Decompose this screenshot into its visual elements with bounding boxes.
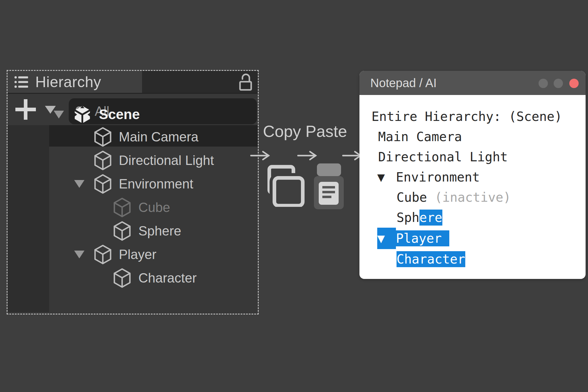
gameobject-cube-icon — [93, 245, 112, 264]
tree-row-environment[interactable]: Environment — [8, 172, 258, 196]
tree-row-label: Directional Light — [119, 149, 214, 172]
copy-paste-label: Copy Paste — [263, 122, 347, 141]
window-dot-2[interactable] — [554, 79, 563, 88]
notepad-text-segment: Entire Hierarchy: (Scene) — [371, 109, 562, 124]
notepad-line: ▼Environment — [371, 167, 586, 187]
hierarchy-panel: Hierarchy — [7, 70, 259, 315]
notepad-text-segment: ere — [419, 210, 442, 226]
notepad-text-segment: Player — [396, 230, 449, 246]
notepad-text-segment: Cube — [397, 190, 435, 205]
tree-row-label: Main Camera — [119, 125, 198, 149]
tree-row-label: Scene — [99, 104, 140, 125]
notepad-line: ▼Player — [371, 228, 586, 249]
notepad-content[interactable]: Entire Hierarchy: (Scene)Main CameraDire… — [359, 95, 586, 279]
expand-triangle-icon[interactable] — [74, 251, 84, 258]
hierarchy-tree: SceneMain CameraDirectional LightEnviron… — [8, 125, 258, 314]
tree-row-cube[interactable]: Cube — [8, 196, 258, 219]
tree-row-label: Cube — [138, 196, 170, 219]
expand-triangle-icon[interactable] — [54, 111, 64, 119]
window-dot-1[interactable] — [539, 79, 548, 88]
tree-row-main-camera[interactable]: Main Camera — [8, 125, 258, 149]
gameobject-cube-icon — [93, 127, 112, 147]
lock-open-button[interactable] — [238, 74, 253, 90]
hierarchy-list-icon — [14, 75, 29, 89]
notepad-text-segment: Directional Light — [378, 150, 508, 164]
notepad-text-segment: (inactive) — [435, 190, 511, 205]
tree-row-player[interactable]: Player — [8, 243, 258, 266]
text-triangle-icon: ▼ — [377, 228, 396, 249]
tree-row-scene[interactable]: Scene — [8, 104, 258, 125]
notepad-window: Notepad / AI Entire Hierarchy: (Scene)Ma… — [359, 71, 586, 279]
tree-row-sphere[interactable]: Sphere — [8, 219, 258, 243]
flow-arrow-icon — [297, 151, 317, 160]
tree-row-label: Player — [119, 243, 156, 266]
unity-logo-icon — [73, 105, 92, 125]
paste-icon — [313, 163, 344, 210]
notepad-text-segment: Environment — [396, 170, 480, 185]
tab-hierarchy-label: Hierarchy — [35, 73, 101, 91]
tree-row-label: Sphere — [138, 219, 181, 243]
notepad-text-segment: Character — [397, 251, 465, 267]
copy-icon — [267, 165, 305, 207]
gameobject-cube-icon — [93, 150, 112, 170]
notepad-titlebar[interactable]: Notepad / AI — [359, 71, 586, 95]
tree-row-label: Environment — [119, 172, 193, 196]
expand-triangle-icon[interactable] — [74, 180, 84, 188]
tree-row-directional-light[interactable]: Directional Light — [8, 149, 258, 172]
notepad-line: Sphere — [371, 207, 586, 228]
gameobject-cube-icon — [113, 268, 131, 288]
notepad-line: Main Camera — [371, 127, 586, 147]
notepad-text-segment: Sph — [397, 210, 419, 225]
notepad-title: Notepad / AI — [370, 76, 437, 90]
tree-row-character[interactable]: Character — [8, 266, 258, 290]
gameobject-cube-icon — [113, 198, 131, 217]
notepad-line: Directional Light — [371, 147, 586, 167]
flow-arrow-icon — [250, 151, 270, 160]
text-triangle-icon: ▼ — [377, 167, 396, 187]
hierarchy-header: Hierarchy — [8, 71, 258, 93]
notepad-line: Character — [371, 249, 586, 269]
notepad-line: Entire Hierarchy: (Scene) — [371, 106, 586, 127]
tree-row-label: Character — [138, 266, 197, 290]
gameobject-cube-icon — [93, 174, 112, 194]
page-background: Hierarchy — [0, 0, 588, 392]
window-close-dot[interactable] — [569, 79, 579, 88]
notepad-text-segment: Main Camera — [378, 129, 462, 144]
tab-hierarchy[interactable]: Hierarchy — [8, 71, 142, 93]
notepad-line: Cube (inactive) — [371, 187, 586, 207]
gameobject-cube-icon — [113, 221, 131, 241]
